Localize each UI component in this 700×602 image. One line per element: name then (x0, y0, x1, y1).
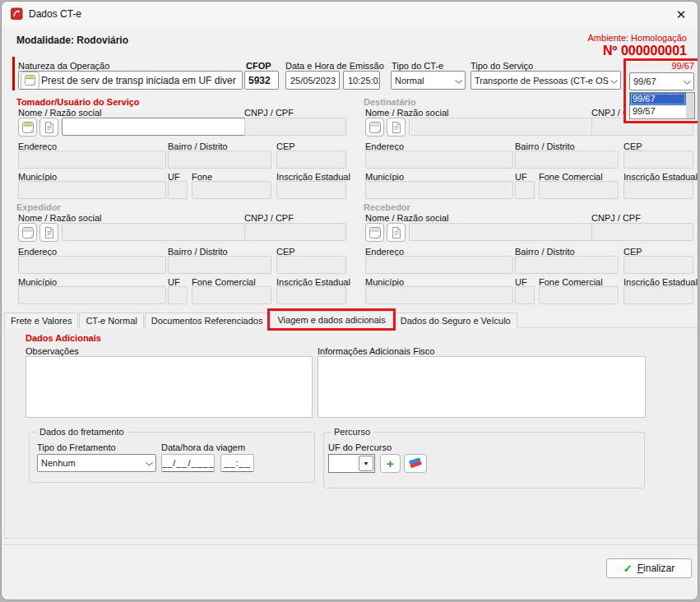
cnpj-input (244, 118, 346, 136)
inscricao-input (276, 181, 346, 199)
fretamento-group-label: Dados do fretamento (36, 427, 127, 437)
chevron-down-icon (610, 76, 618, 86)
cnpj-label: CNPJ / CPF (244, 108, 294, 118)
serie-dropdown-list: 99/67 99/57 (629, 92, 695, 119)
section-title: Destinatário (364, 97, 416, 107)
endereco-input (18, 150, 166, 169)
observacoes-textarea[interactable] (25, 356, 313, 418)
note-icon[interactable] (21, 72, 39, 90)
dropdown-scrollbar[interactable] (686, 93, 694, 118)
fretamento-groupbox: Dados do fretamento Tipo do Fretamento N… (29, 432, 315, 483)
serie-option[interactable]: 99/57 (630, 105, 686, 118)
close-icon[interactable]: ✕ (672, 7, 690, 22)
note-icon[interactable] (18, 118, 37, 137)
clear-uf-button[interactable] (404, 454, 427, 473)
endereco-input (365, 256, 513, 274)
tipo-servico-label: Tipo do Serviço (471, 61, 533, 71)
uf-input (515, 181, 535, 199)
cnpj-input (244, 223, 346, 241)
tipo-cte-select[interactable]: Normal (391, 71, 466, 90)
ambiente-text: Ambiente: Homologação (588, 33, 687, 43)
bairro-input (515, 256, 619, 274)
section-title: Recebedor (364, 202, 410, 212)
tab-strip: Frete e Valores CT-e Normal Documentos R… (4, 311, 518, 328)
chevron-down-icon (146, 458, 153, 468)
serie-select[interactable]: 99/67 (629, 72, 694, 90)
dialog-dados-cte: Dados CT-e ✕ Modalidade: Rodoviário Ambi… (1, 1, 698, 600)
document-icon[interactable] (387, 223, 406, 242)
cep-input (624, 256, 693, 274)
bairro-input (168, 256, 271, 274)
tipo-fretamento-select[interactable]: Nenhum (37, 454, 156, 472)
hora-viagem-input[interactable]: __:__ (220, 454, 254, 472)
fone-input (192, 286, 271, 304)
emissao-label: Data e Hora de Emissão (285, 61, 384, 71)
nome-input (62, 223, 246, 241)
tipo-servico-value: Transporte de Pessoas (CT-e OS (475, 76, 609, 86)
dropdown-arrow-icon[interactable]: ▼ (359, 456, 373, 471)
add-uf-button[interactable]: + (380, 454, 401, 473)
tab-frete-e-valores[interactable]: Frete e Valores (4, 313, 78, 328)
cfop-input[interactable]: 5932 (244, 71, 279, 90)
tipo-cte-label: Tipo do CT-e (392, 61, 443, 71)
nome-label: Nome / Razão social (18, 108, 102, 118)
data-viagem-label: Data/hora da viagem (161, 442, 245, 452)
note-icon[interactable] (365, 118, 384, 137)
check-icon: ✓ (624, 563, 633, 575)
tipo-cte-value: Normal (395, 76, 424, 86)
emissao-date-input[interactable]: 25/05/2023 (285, 71, 340, 90)
required-indicator (12, 57, 15, 90)
eraser-icon (407, 456, 424, 471)
info-fisco-textarea[interactable] (318, 356, 646, 418)
bairro-input (168, 150, 271, 169)
document-icon[interactable] (39, 223, 58, 242)
cep-input (276, 150, 346, 169)
percurso-groupbox: Percurso UF do Percurso ▼ + (323, 432, 645, 489)
observacoes-label: Observações (25, 346, 79, 356)
modalidade-text: Modalidade: Rodoviário (16, 35, 128, 46)
note-icon[interactable] (18, 223, 37, 242)
note-icon[interactable] (365, 223, 384, 242)
dados-adicionais-title: Dados Adicionais (25, 333, 101, 343)
natureza-value: Prest de serv de transp iniciada em UF d… (39, 75, 236, 86)
fone-input (539, 181, 619, 199)
inscricao-input (624, 181, 693, 199)
emissao-time-input[interactable]: 10:25:02 (343, 71, 380, 90)
section-expedidor: Expedidor Nome / Razão social CNPJ / CPF… (13, 202, 350, 306)
chevron-down-icon (684, 76, 691, 86)
tab-documentos-referenciados[interactable]: Documentos Referenciados (145, 313, 270, 328)
section-title: Tomador/Usuário do Serviço (16, 97, 140, 107)
cep-input (624, 150, 693, 169)
section-recebedor: Recebedor Nome / Razão social CNPJ / CPF… (360, 202, 698, 306)
tab-dados-do-seguro-e-veiculo[interactable]: Dados do Seguro e Veículo (394, 313, 517, 328)
natureza-input[interactable]: Prest de serv de transp iniciada em UF d… (18, 71, 243, 90)
titlebar[interactable]: Dados CT-e ✕ (2, 2, 698, 26)
nome-label: Nome / Razão social (365, 108, 449, 118)
finalizar-button[interactable]: ✓ Finalizar (606, 558, 692, 578)
tipo-servico-select[interactable]: Transporte de Pessoas (CT-e OS (471, 71, 621, 90)
municipio-input (365, 181, 513, 199)
serie-caption: 99/67 (671, 61, 694, 71)
section-tomador: Tomador/Usuário do Serviço Nome / Razão … (13, 97, 350, 201)
tab-viagem-e-dados-adicionais[interactable]: Viagem e dados adicionais (270, 311, 392, 328)
percurso-group-label: Percurso (331, 427, 373, 437)
window-title: Dados CT-e (29, 8, 81, 20)
cfop-label: CFOP (246, 61, 271, 71)
app-icon (11, 7, 23, 20)
uf-percurso-select[interactable]: ▼ (328, 454, 375, 473)
tab-panel-viagem: Dados Adicionais Observações Informações… (4, 327, 698, 539)
cnpj-label: CNPJ / CPF (244, 213, 294, 223)
municipio-input (18, 286, 166, 304)
cnpj-input (591, 223, 693, 241)
nome-input (409, 223, 593, 241)
info-fisco-label: Informações Adicionais Fisco (318, 346, 434, 356)
data-viagem-input[interactable]: __/__/____ (161, 454, 215, 472)
endereco-input (365, 150, 513, 169)
document-icon[interactable] (39, 118, 58, 137)
natureza-label: Natureza da Operação (18, 61, 109, 71)
serie-option[interactable]: 99/67 (630, 93, 686, 105)
document-icon[interactable] (387, 118, 406, 137)
cep-input (276, 256, 346, 274)
tab-cte-normal[interactable]: CT-e Normal (79, 313, 143, 328)
nome-input[interactable] (62, 118, 246, 136)
